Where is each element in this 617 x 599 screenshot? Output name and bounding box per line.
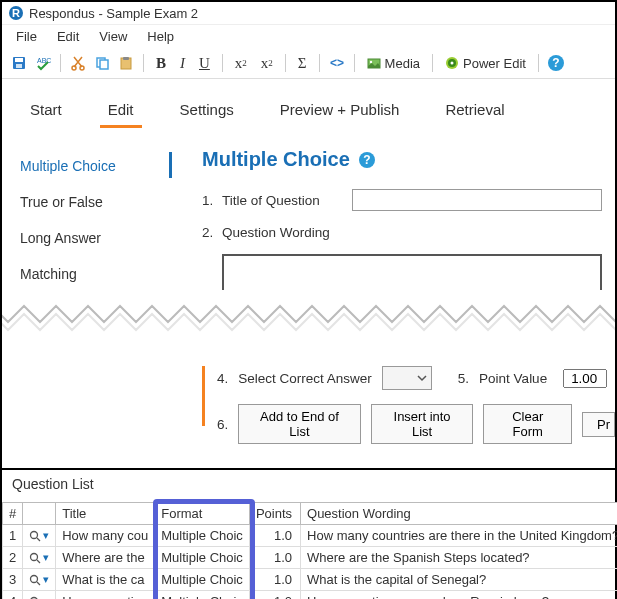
main-tabs: Start Edit Settings Preview + Publish Re… xyxy=(2,79,615,128)
subscript-button[interactable]: x2 xyxy=(229,52,253,74)
svg-line-23 xyxy=(37,538,40,541)
row-title: What is the ca xyxy=(56,569,155,591)
app-icon: R xyxy=(8,5,24,21)
row-points: 1.0 xyxy=(249,569,300,591)
col-header-title[interactable]: Title xyxy=(56,503,155,525)
svg-point-26 xyxy=(31,575,38,582)
tab-start[interactable]: Start xyxy=(22,97,70,128)
editor-help-icon[interactable]: ? xyxy=(358,151,376,169)
sidebar-item-multiple-choice[interactable]: Multiple Choice xyxy=(20,148,172,184)
insert-into-list-button[interactable]: Insert into List xyxy=(371,404,474,444)
code-icon[interactable]: <> xyxy=(326,52,348,74)
magnifier-icon[interactable] xyxy=(29,596,41,600)
svg-text:ABC: ABC xyxy=(37,57,51,64)
field6-num: 6. xyxy=(217,417,228,432)
table-row[interactable]: 2▾Where are theMultiple Choic1.0Where ar… xyxy=(3,547,618,569)
cut-icon[interactable] xyxy=(67,52,89,74)
col-header-wording[interactable]: Question Wording xyxy=(301,503,617,525)
row-wording: Where are the Spanish Steps located? xyxy=(301,547,617,569)
col-header-points[interactable]: Points xyxy=(249,503,300,525)
row-wording: How many countries are there in the Unit… xyxy=(301,525,617,547)
menu-file[interactable]: File xyxy=(6,27,47,46)
svg-point-22 xyxy=(31,531,38,538)
tab-settings[interactable]: Settings xyxy=(172,97,242,128)
question-list-title: Question List xyxy=(2,470,615,502)
row-format: Multiple Choic xyxy=(155,547,250,569)
svg-rect-11 xyxy=(123,57,129,60)
sidebar-item-true-false[interactable]: True or False xyxy=(20,184,172,220)
underline-button[interactable]: U xyxy=(193,52,216,74)
copy-icon[interactable] xyxy=(91,52,113,74)
svg-text:R: R xyxy=(12,7,20,19)
power-edit-button[interactable]: Power Edit xyxy=(439,52,532,74)
menu-bar: File Edit View Help xyxy=(2,25,615,48)
tab-preview-publish[interactable]: Preview + Publish xyxy=(272,97,408,128)
point-value-input[interactable] xyxy=(563,369,607,388)
field4-label: Select Correct Answer xyxy=(238,371,372,386)
bold-button[interactable]: B xyxy=(150,52,172,74)
row-wording: How many time zones does Russia have? xyxy=(301,591,617,600)
tab-edit[interactable]: Edit xyxy=(100,97,142,128)
clear-form-button[interactable]: Clear Form xyxy=(483,404,572,444)
sidebar-active-indicator xyxy=(169,152,172,178)
table-row[interactable]: 1▾How many couMultiple Choic1.0How many … xyxy=(3,525,618,547)
question-wording-input[interactable] xyxy=(222,254,602,290)
magnifier-icon[interactable] xyxy=(29,552,41,564)
svg-rect-9 xyxy=(100,60,108,69)
row-num: 2 xyxy=(3,547,23,569)
window-title: Respondus - Sample Exam 2 xyxy=(29,6,198,21)
row-points: 1.0 xyxy=(249,525,300,547)
svg-text:<>: <> xyxy=(330,56,344,70)
title-input[interactable] xyxy=(352,189,602,211)
field4-num: 4. xyxy=(217,371,228,386)
svg-text:?: ? xyxy=(363,153,370,167)
editor-heading: Multiple Choice xyxy=(202,148,350,171)
row-title: How many cou xyxy=(56,525,155,547)
svg-line-27 xyxy=(37,582,40,585)
row-title: Where are the xyxy=(56,547,155,569)
menu-help[interactable]: Help xyxy=(137,27,184,46)
col-header-num[interactable]: # xyxy=(3,503,23,525)
sidebar: Multiple Choice True or False Long Answe… xyxy=(2,148,172,292)
superscript-button[interactable]: x2 xyxy=(255,52,279,74)
correct-answer-select[interactable] xyxy=(382,366,432,390)
col-header-format[interactable]: Format xyxy=(155,503,250,525)
chevron-down-icon[interactable]: ▾ xyxy=(43,529,49,542)
svg-text:?: ? xyxy=(552,56,559,70)
row-points: 1.0 xyxy=(249,591,300,600)
magnifier-icon[interactable] xyxy=(29,574,41,586)
menu-edit[interactable]: Edit xyxy=(47,27,89,46)
chevron-down-icon[interactable]: ▾ xyxy=(43,573,49,586)
spellcheck-icon[interactable]: ABC xyxy=(32,52,54,74)
add-to-end-button[interactable]: Add to End of List xyxy=(238,404,360,444)
chevron-down-icon[interactable]: ▾ xyxy=(43,551,49,564)
save-icon[interactable] xyxy=(8,52,30,74)
sidebar-item-matching[interactable]: Matching xyxy=(20,256,172,292)
svg-point-6 xyxy=(72,66,76,70)
media-button[interactable]: Media xyxy=(361,52,426,74)
editor-panel: Multiple Choice ? 1. Title of Question 2… xyxy=(172,148,615,292)
magnifier-icon[interactable] xyxy=(29,530,41,542)
table-row[interactable]: 4▾How many timMultiple Choic1.0How many … xyxy=(3,591,618,600)
row-points: 1.0 xyxy=(249,547,300,569)
field2-num: 2. xyxy=(202,225,222,240)
preview-button[interactable]: Pr xyxy=(582,412,615,437)
sidebar-item-long-answer[interactable]: Long Answer xyxy=(20,220,172,256)
menu-view[interactable]: View xyxy=(89,27,137,46)
col-header-actions[interactable] xyxy=(23,503,56,525)
svg-line-25 xyxy=(37,560,40,563)
table-row[interactable]: 3▾What is the caMultiple Choic1.0What is… xyxy=(3,569,618,591)
svg-rect-3 xyxy=(15,58,23,62)
paste-icon[interactable] xyxy=(115,52,137,74)
field1-label: Title of Question xyxy=(222,193,352,208)
sigma-button[interactable]: Σ xyxy=(292,52,313,74)
tab-retrieval[interactable]: Retrieval xyxy=(437,97,512,128)
power-edit-icon xyxy=(445,56,459,70)
row-title: How many tim xyxy=(56,591,155,600)
italic-button[interactable]: I xyxy=(174,52,191,74)
field5-num: 5. xyxy=(458,371,469,386)
help-icon[interactable]: ? xyxy=(545,52,567,74)
chevron-down-icon[interactable]: ▾ xyxy=(43,595,49,599)
titlebar: R Respondus - Sample Exam 2 xyxy=(2,2,615,25)
svg-point-24 xyxy=(31,553,38,560)
